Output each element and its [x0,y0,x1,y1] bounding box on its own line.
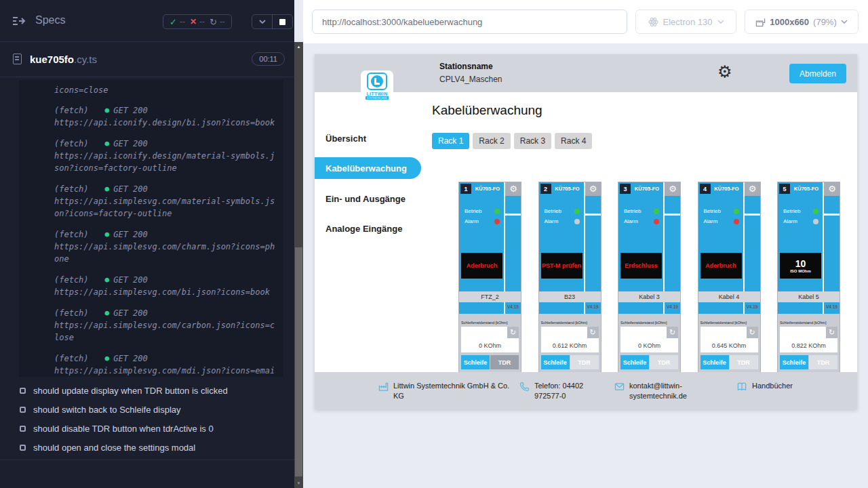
collapse-button[interactable] [252,15,272,28]
schleife-button[interactable]: Schleife [541,355,570,369]
betrieb-led-row: Betrieb [465,208,500,214]
sidebar-item-ein-und-ausgaenge[interactable]: Ein- und Ausgänge [315,188,419,209]
tab-rack-2[interactable]: Rack 2 [473,133,510,149]
log-entries: (fetch) ● GET 200 https://api.iconify.de… [54,104,277,377]
url-input[interactable] [312,9,627,34]
test-case-item[interactable]: should open and close the settings modal [0,438,294,457]
alarm-led [494,219,500,224]
card-strip-divider [665,214,680,216]
card-settings-icon[interactable]: ⚙ [826,183,838,195]
test-case-item[interactable]: should update display when TDR button is… [0,381,294,400]
spec-row[interactable]: kue705fo.cy.ts 00:11 [0,42,294,77]
card-buttons: Schleife TDR [701,355,758,369]
resistance-value: 0.612 KOhm [541,342,599,349]
viewport-select[interactable]: 1000x660 (79%) [745,9,859,34]
card-settings-icon[interactable]: ⚙ [587,183,599,195]
refresh-button[interactable]: ↻ [507,327,519,338]
logout-button[interactable]: Abmelden [789,64,846,83]
scrollbar-thumb[interactable] [295,247,302,476]
sidebar-item-kabelueberwachung[interactable]: Kabelüberwachung [315,157,421,179]
module-card: 1 KÜ705-FO ⚙ Betrieb Alarm Aderbruch FTZ… [458,182,521,392]
x-icon: ✕ [190,17,197,26]
log-entry[interactable]: (fetch) ● GET 200 https://api.simplesvg.… [54,307,277,344]
log-entry[interactable]: (fetch) ● GET 200 https://api.simplesvg.… [54,183,277,220]
tab-rack-4[interactable]: Rack 4 [555,133,592,149]
test-case-item[interactable]: should disable TDR button when tdrActive… [0,419,294,438]
tdr-button[interactable]: TDR [730,355,758,369]
status-display: Erdschluss [620,253,662,279]
page: Specs ✓-- ✕-- ↻-- kue705fo.cy.ts 00:11 i… [0,0,868,488]
refresh-button[interactable]: ↻ [587,327,599,338]
sidebar-item-uebersicht[interactable]: Übersicht [315,127,419,149]
footer-email[interactable]: kontakt@littwin-systemtechnik.de [614,381,703,401]
spec-name: kue705fo.cy.ts [30,54,97,65]
logo-mark-icon [367,73,387,90]
card-model-label: KÜ705-FO [551,186,584,192]
app-footer: Littwin Systemtechnik GmbH & Co. KG Tele… [315,372,857,409]
refresh-button[interactable]: ↻ [667,327,678,338]
refresh-button[interactable]: ↻ [826,327,837,338]
card-buttons: Schleife TDR [461,355,519,369]
littwin-logo: LITTWIN SYSTEMTECHNIK [361,70,393,104]
tab-rack-1[interactable]: Rack 1 [432,133,469,149]
tab-rack-3[interactable]: Rack 3 [514,133,551,149]
test-case-title: should open and close the settings modal [33,443,195,453]
footer-phone[interactable]: Telefon: 04402 972577-0 [519,381,608,401]
reporter-scrollbar[interactable]: ▲ ▼ [294,42,303,488]
log-command-type: (fetch) [54,138,89,150]
schleife-button[interactable]: Schleife [461,355,490,369]
schleife-button[interactable]: Schleife [780,355,808,369]
scroll-up-arrow[interactable]: ▲ [294,42,303,52]
log-status: GET 200 [113,307,148,319]
schleife-button[interactable]: Schleife [620,355,649,369]
log-entry[interactable]: (fetch) ● GET 200 https://api.simplesvg.… [54,352,277,377]
tdr-button[interactable]: TDR [490,355,519,369]
check-icon: ✓ [170,17,177,27]
test-stats[interactable]: ✓-- ✕-- ↻-- [163,14,232,29]
settings-gear-icon[interactable]: ⚙ [717,63,732,81]
log-entry[interactable]: (fetch) ● GET 200 https://api.simplesvg.… [54,274,277,298]
cable-name-label: FTZ_2 [459,291,521,302]
browser-select[interactable]: Electron 130 [635,9,736,34]
loop-resistance-label: Schleifenwiderstand [kOhm] [620,321,667,325]
card-buttons: Schleife TDR [620,355,678,369]
card-model-label: KÜ705-FO [631,186,663,192]
card-model-label: KÜ705-FO [790,186,823,192]
specs-menu-icon[interactable] [12,15,26,27]
refresh-button[interactable]: ↻ [747,327,758,338]
card-settings-icon[interactable]: ⚙ [507,183,519,195]
loop-resistance-label: Schleifenwiderstand [kOhm] [780,321,826,325]
test-state-icon [20,388,26,394]
station-label: Stationsname [439,62,493,71]
sidebar-item-analoge-eingaenge[interactable]: Analoge Eingänge [315,218,419,239]
card-settings-icon[interactable]: ⚙ [747,183,759,195]
cable-name-label: B23 [539,291,601,302]
log-entry[interactable]: (fetch) ● GET 200 https://api.iconify.de… [54,138,277,174]
browser-label: Electron 130 [663,17,713,27]
alarm-led [813,219,818,224]
firmware-version: V4.19 [505,304,521,309]
log-continuation-line[interactable]: icons=close [54,84,277,96]
tdr-button[interactable]: TDR [570,355,599,369]
module-card: 5 KÜ705-FO ⚙ Betrieb Alarm 10 ISO MOhm K… [777,182,840,392]
tdr-button[interactable]: TDR [809,355,837,369]
footer-handbuecher[interactable]: Handbücher [736,381,831,392]
test-case-item[interactable]: should switch back to Schleife display [0,400,294,419]
alarm-led-row: Alarm [783,218,818,224]
measurement-unit: ISO MOhm [790,269,811,273]
log-entry[interactable]: (fetch) ● GET 200 https://api.simplesvg.… [54,228,277,265]
log-entry[interactable]: (fetch) ● GET 200 https://api.iconify.de… [54,104,277,129]
card-settings-icon[interactable]: ⚙ [667,183,679,195]
status-text: Erdschluss [625,262,658,269]
status-display: PST-M prüfen [541,253,583,279]
stop-button[interactable] [272,15,292,28]
firmware-version: V4.19 [745,304,760,309]
list-divider [0,460,294,460]
firmware-version: V4.19 [824,304,840,309]
pending-icon: ↻ [210,17,217,27]
scroll-down-arrow[interactable]: ▼ [294,479,303,488]
log-command-type: (fetch) [54,228,89,241]
schleife-button[interactable]: Schleife [701,355,729,369]
log-status: GET 200 [113,274,148,286]
tdr-button[interactable]: TDR [650,355,678,369]
